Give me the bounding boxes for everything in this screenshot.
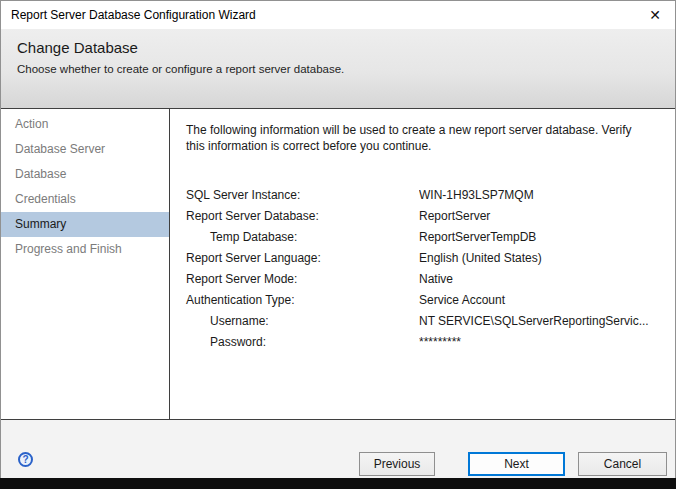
sidebar-item-action[interactable]: Action bbox=[1, 112, 169, 137]
wizard-dialog: Report Server Database Configuration Wiz… bbox=[0, 0, 676, 478]
summary-row: SQL Server Instance:WIN-1H93LSP7MQM bbox=[186, 185, 657, 206]
previous-button[interactable]: Previous bbox=[359, 452, 435, 476]
field-label: Password: bbox=[186, 335, 419, 349]
summary-intro: The following information will be used t… bbox=[186, 123, 648, 155]
page-title: Change Database bbox=[17, 39, 659, 56]
summary-row: Report Server Language:English (United S… bbox=[186, 248, 657, 269]
close-icon[interactable]: ✕ bbox=[635, 1, 675, 29]
field-value: NT SERVICE\SQLServerReportingServic... bbox=[419, 314, 657, 328]
field-label: Authentication Type: bbox=[186, 293, 419, 307]
sidebar-item-credentials[interactable]: Credentials bbox=[1, 187, 169, 212]
summary-row: Report Server Database:ReportServer bbox=[186, 206, 657, 227]
field-value: Native bbox=[419, 272, 657, 286]
wizard-steps: ActionDatabase ServerDatabaseCredentials… bbox=[1, 109, 170, 419]
summary-row: Username:NT SERVICE\SQLServerReportingSe… bbox=[186, 311, 657, 332]
desktop-strip bbox=[0, 478, 676, 489]
field-value: ********* bbox=[419, 335, 657, 349]
summary-row: Password:********* bbox=[186, 332, 657, 353]
field-value: English (United States) bbox=[419, 251, 657, 265]
summary-row: Authentication Type:Service Account bbox=[186, 290, 657, 311]
field-label: Report Server Database: bbox=[186, 209, 419, 223]
cancel-button[interactable]: Cancel bbox=[578, 452, 667, 476]
field-value: WIN-1H93LSP7MQM bbox=[419, 188, 657, 202]
title-bar: Report Server Database Configuration Wiz… bbox=[1, 1, 675, 29]
summary-row: Report Server Mode:Native bbox=[186, 269, 657, 290]
help-icon[interactable]: ? bbox=[18, 452, 33, 467]
field-label: Report Server Mode: bbox=[186, 272, 419, 286]
sidebar-item-progress-and-finish[interactable]: Progress and Finish bbox=[1, 237, 169, 262]
summary-panel: The following information will be used t… bbox=[170, 109, 675, 419]
page-subtitle: Choose whether to create or configure a … bbox=[17, 63, 659, 75]
sidebar-item-database[interactable]: Database bbox=[1, 162, 169, 187]
content-area: ActionDatabase ServerDatabaseCredentials… bbox=[1, 109, 675, 419]
field-label: Username: bbox=[186, 314, 419, 328]
footer-bar: ? PreviousNextCancel bbox=[1, 419, 675, 478]
summary-row: Temp Database:ReportServerTempDB bbox=[186, 227, 657, 248]
sidebar-item-database-server[interactable]: Database Server bbox=[1, 137, 169, 162]
next-button[interactable]: Next bbox=[468, 452, 565, 476]
field-value: Service Account bbox=[419, 293, 657, 307]
wizard-header: Change Database Choose whether to create… bbox=[1, 29, 675, 109]
field-value: ReportServerTempDB bbox=[419, 230, 657, 244]
field-label: Report Server Language: bbox=[186, 251, 419, 265]
field-value: ReportServer bbox=[419, 209, 657, 223]
summary-fields: SQL Server Instance:WIN-1H93LSP7MQMRepor… bbox=[186, 185, 657, 353]
field-label: Temp Database: bbox=[186, 230, 419, 244]
window-title: Report Server Database Configuration Wiz… bbox=[11, 8, 635, 22]
field-label: SQL Server Instance: bbox=[186, 188, 419, 202]
sidebar-item-summary[interactable]: Summary bbox=[1, 212, 169, 237]
